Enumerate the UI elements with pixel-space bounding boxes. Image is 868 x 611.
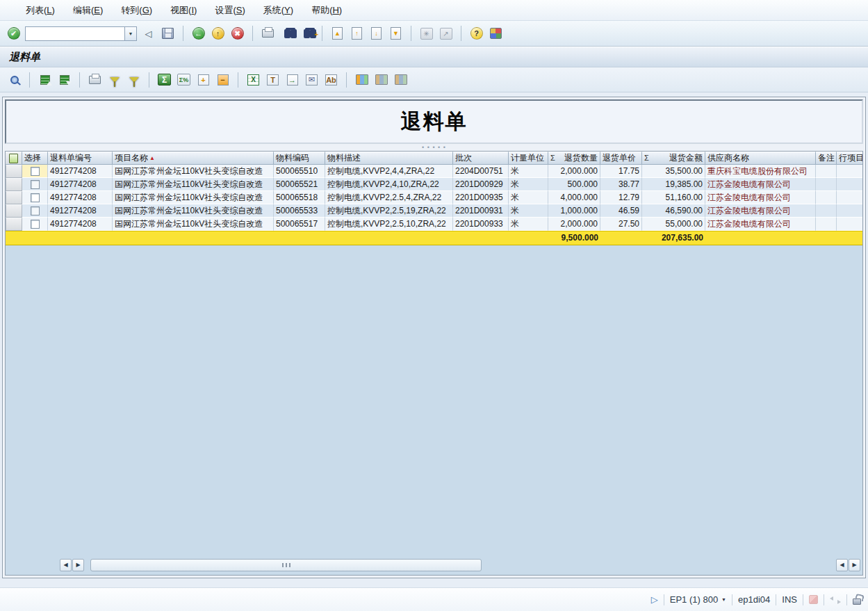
scroll-right-button[interactable]: ▶: [72, 559, 84, 571]
sort-ascending-button[interactable]: [37, 72, 53, 88]
row-checkbox[interactable]: [31, 193, 40, 202]
menu-item-l[interactable]: 列表(L): [17, 2, 64, 19]
col-header-supplier[interactable]: 供应商名称: [705, 152, 816, 165]
customize-layout-icon: [490, 28, 502, 39]
row-select-button[interactable]: [6, 165, 22, 178]
help-button[interactable]: ?: [468, 25, 484, 42]
filter-funnel-icon: [110, 77, 120, 83]
excel-export-button[interactable]: X: [245, 72, 261, 88]
system-session-dropdown[interactable]: EP1 (1) 800 ▼: [670, 594, 726, 605]
splitter-handle[interactable]: • • • • •: [3, 144, 865, 151]
col-header-material[interactable]: 物料编码: [274, 152, 325, 165]
status-run-icon[interactable]: ▷: [651, 594, 658, 605]
col-header-note[interactable]: 备注: [816, 152, 837, 165]
cell-line_item: [837, 218, 863, 231]
row-select-button[interactable]: [6, 218, 22, 231]
collapse-button[interactable]: −: [215, 72, 231, 88]
previous-page-icon: ↑: [352, 27, 362, 40]
total-cell: [453, 231, 509, 245]
details-button[interactable]: [6, 72, 22, 88]
row-checkbox[interactable]: [31, 167, 40, 176]
back-arrow-icon: ←: [193, 27, 205, 40]
previous-page-button[interactable]: ↑: [349, 25, 365, 42]
row-select-button[interactable]: [6, 178, 22, 191]
cell-project: 国网江苏常州金坛110kV社头变综自改造: [113, 178, 274, 191]
col-header-amount[interactable]: Σ退货金额: [642, 152, 705, 165]
col-header-return_no[interactable]: 退料单编号: [48, 152, 113, 165]
exit-button[interactable]: ↑: [210, 25, 226, 42]
choose-layout-button[interactable]: [354, 72, 370, 88]
create-shortcut-button[interactable]: ↗: [438, 25, 454, 42]
col-header-unit[interactable]: 计量单位: [509, 152, 548, 165]
row-checkbox[interactable]: [31, 206, 40, 215]
find-button[interactable]: [279, 25, 295, 42]
toolbar-separator: [411, 26, 411, 41]
col-header-line_item[interactable]: 行项目: [837, 152, 863, 165]
print-preview-button[interactable]: [87, 72, 103, 88]
local-file-button[interactable]: →: [284, 72, 300, 88]
command-dropdown-button[interactable]: ▼: [124, 26, 137, 41]
cell-qty: 500.000: [548, 178, 600, 191]
status-separator: [776, 594, 776, 605]
new-session-button[interactable]: ✳: [418, 25, 434, 42]
window-title-text: 退料单: [9, 51, 40, 64]
expand-button[interactable]: +: [195, 72, 211, 88]
scroll-left-button-right[interactable]: ◀: [836, 559, 848, 571]
save-button[interactable]: [160, 25, 176, 42]
status-separator: [664, 594, 664, 605]
save-layout-button[interactable]: [393, 72, 409, 88]
col-header-qty[interactable]: Σ退货数量: [548, 152, 600, 165]
first-page-button[interactable]: ▲: [329, 25, 345, 42]
total-cell: [48, 231, 113, 245]
collapse-command-button[interactable]: ◁: [140, 25, 156, 42]
cell-supplier: 江苏金陵电缆有限公司: [705, 178, 816, 191]
change-layout-button[interactable]: [373, 72, 389, 88]
word-processing-button[interactable]: T: [265, 72, 281, 88]
cell-note: [816, 191, 837, 204]
print-button[interactable]: [260, 25, 276, 42]
col-header-desc[interactable]: 物料描述: [325, 152, 453, 165]
menu-item-y[interactable]: 系统(Y): [254, 2, 302, 19]
subtotals-button[interactable]: Σ%: [176, 72, 192, 88]
sort-ascending-indicator: ▲: [149, 152, 155, 164]
delete-filter-button[interactable]: [126, 72, 142, 88]
menu-item-s[interactable]: 设置(S): [206, 2, 254, 19]
magnifier-icon: [10, 76, 19, 84]
grid-header-row: 选择退料单编号项目名称▲物料编码物料描述批次计量单位Σ退货数量退货单价Σ退货金额…: [6, 152, 863, 165]
scrollbar-thumb[interactable]: [90, 559, 482, 571]
scroll-left-button[interactable]: ◀: [60, 559, 72, 571]
col-header-project[interactable]: 项目名称▲: [113, 152, 274, 165]
find-next-button[interactable]: [299, 25, 315, 42]
last-page-button[interactable]: ▼: [388, 25, 404, 42]
customize-layout-button[interactable]: [488, 25, 504, 42]
menu-item-h[interactable]: 帮助(H): [302, 2, 351, 19]
col-header-select[interactable]: 选择: [22, 152, 48, 165]
menu-item-i[interactable]: 视图(I): [161, 2, 206, 19]
row-checkbox[interactable]: [31, 220, 40, 229]
menu-item-g[interactable]: 转到(G): [112, 2, 161, 19]
unlock-icon[interactable]: [853, 598, 861, 605]
next-page-button[interactable]: ↓: [368, 25, 384, 42]
command-input[interactable]: [25, 26, 124, 41]
cell-project: 国网江苏常州金坛110kV社头变综自改造: [113, 191, 274, 204]
col-header-batch[interactable]: 批次: [453, 152, 509, 165]
cancel-button[interactable]: ✖: [229, 25, 245, 42]
row-select-button[interactable]: [6, 191, 22, 204]
set-filter-button[interactable]: [106, 72, 122, 88]
total-button[interactable]: Σ: [156, 72, 172, 88]
scroll-right-button-right[interactable]: ▶: [849, 559, 860, 571]
row-select-button[interactable]: [6, 204, 22, 218]
menu-item-e[interactable]: 编辑(E): [64, 2, 112, 19]
back-button[interactable]: ←: [190, 25, 206, 42]
cell-batch: 2201D00931: [453, 204, 509, 218]
sort-descending-button[interactable]: [56, 72, 72, 88]
enter-button[interactable]: ✔: [6, 25, 22, 42]
toolbar-separator: [322, 26, 322, 41]
select-all-button[interactable]: [6, 152, 22, 165]
cell-desc: 控制电缆,KVVP2,2.5,19,ZRA,22: [325, 204, 453, 218]
mail-recipient-button[interactable]: ✉: [304, 72, 320, 88]
abc-analysis-button[interactable]: Ab: [323, 72, 339, 88]
row-checkbox[interactable]: [31, 180, 40, 189]
col-header-price[interactable]: 退货单价: [600, 152, 642, 165]
next-page-icon: ↓: [371, 27, 382, 40]
